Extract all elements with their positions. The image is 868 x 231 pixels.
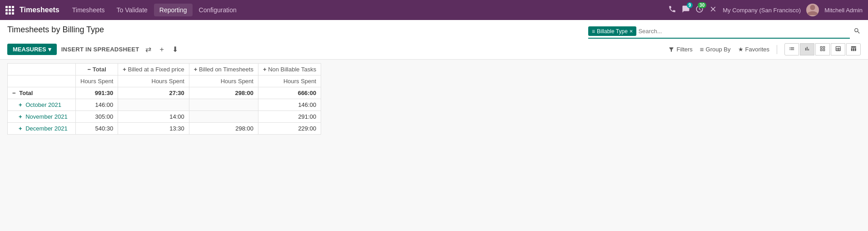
company-name: My Company (San Francisco) [723,7,801,14]
header-billed-timesheets[interactable]: + Billed on Timesheets [189,64,258,75]
table-view-button[interactable] [831,43,845,55]
filter-controls: Filters ≡ Group By ★ Favorites [668,43,861,55]
view-separator [777,45,777,54]
october-hours-total: 146:00 [76,99,118,111]
filter-tag-icon: ≡ [592,28,595,35]
subheader-total-hours: Hours Spent [76,75,118,87]
search-input[interactable] [636,27,850,35]
main-content: − Total + Billed at a Fixed price + Bill… [0,60,868,231]
november-expand-icon[interactable]: + [19,113,22,120]
expand-timesheets-icon: + [194,66,198,73]
group-by-label: Group By [706,46,731,53]
app-brand[interactable]: Timesheets [5,6,60,15]
november-label: November 2021 [25,113,68,120]
clock-icon[interactable]: 30 [695,5,704,15]
search-button[interactable] [853,27,861,36]
list-view-button[interactable] [784,43,799,55]
table-row-december: + December 2021 540:30 13:30 298:00 229:… [8,123,321,135]
table-row-november: + November 2021 305:00 14:00 291:00 [8,111,321,123]
october-nonbillable-hours: 146:00 [258,99,321,111]
header-empty-cell [8,64,76,75]
table-row-october: + October 2021 146:00 146:00 [8,99,321,111]
expand-fixed-icon: + [123,66,126,73]
app-name: Timesheets [20,6,60,14]
expand-nonbillable-icon: + [263,66,267,73]
december-timesheets-hours: 298:00 [189,123,258,135]
header-total-label: Total [93,66,106,73]
header-total: − Total [76,64,118,75]
filter-tag-billable: ≡ Billable Type × [588,26,636,36]
favorites-button[interactable]: ★ Favorites [738,46,769,53]
december-expand-icon[interactable]: + [19,125,22,132]
december-label: December 2021 [25,125,68,132]
swap-icon[interactable]: ⇄ [144,44,153,55]
filter-tag-label: Billable Type [597,28,628,35]
phone-icon[interactable] [668,5,676,15]
grid-icon[interactable] [5,6,14,15]
clock-badge: 30 [698,2,706,8]
subheader-nonbillable-hours: Hours Spent [258,75,321,87]
grid-view-button[interactable] [815,43,830,55]
page-header-area: Timesheets by Billing Type ≡ Billable Ty… [0,20,868,60]
group-by-icon: ≡ [700,45,704,53]
expand-icon[interactable]: + [158,45,165,55]
header-non-billable[interactable]: + Non Billable Tasks [258,64,321,75]
row-label-november[interactable]: + November 2021 [8,111,76,123]
title-search-row: Timesheets by Billing Type ≡ Billable Ty… [0,20,868,41]
measures-label: MEASURES [13,46,46,53]
row-label-total[interactable]: − Total [8,87,76,99]
row-label-october[interactable]: + October 2021 [8,99,76,111]
navbar-right: 9 30 My Company (San Francisco) Mitchell… [668,4,863,16]
total-minus-icon[interactable]: − [12,90,16,96]
col-timesheets-label: Billed on Timesheets [199,66,253,73]
measures-button[interactable]: MEASURES ▾ [7,44,57,55]
search-area: ≡ Billable Type × [588,25,861,39]
toolbar-row: MEASURES ▾ INSERT IN SPREADSHEET ⇄ + ⬇ F… [0,41,868,59]
subheader-empty [8,75,76,87]
col-header-row-2: Hours Spent Hours Spent Hours Spent Hour… [8,75,321,87]
group-by-button[interactable]: ≡ Group By [700,45,731,53]
total-hours-total: 991:30 [76,87,118,99]
november-nonbillable-hours: 291:00 [258,111,321,123]
favorites-label: Favorites [745,46,769,53]
chat-badge: 9 [687,2,693,8]
star-icon: ★ [738,46,744,53]
december-fixed-hours: 13:30 [118,123,189,135]
view-type-buttons [784,43,861,55]
nav-menu: Timesheets To Validate Reporting Configu… [67,4,666,16]
november-fixed-hours: 14:00 [118,111,189,123]
filters-button[interactable]: Filters [668,46,692,53]
bar-chart-view-button[interactable] [800,43,814,55]
close-icon[interactable] [709,5,717,15]
pivot-view-button[interactable] [846,43,861,55]
download-icon[interactable]: ⬇ [170,44,180,55]
measures-chevron: ▾ [48,46,51,53]
nav-to-validate[interactable]: To Validate [111,4,153,16]
row-label-december[interactable]: + December 2021 [8,123,76,135]
filters-label: Filters [676,46,692,53]
pivot-table: − Total + Billed at a Fixed price + Bill… [7,63,321,135]
december-hours-total: 540:30 [76,123,118,135]
avatar[interactable] [806,4,819,16]
nav-timesheets[interactable]: Timesheets [67,4,110,16]
navbar: Timesheets Timesheets To Validate Report… [0,0,868,20]
subheader-fixed-hours: Hours Spent [118,75,189,87]
user-name: Mitchell Admin [824,7,863,14]
header-minus-icon[interactable]: − [87,66,91,73]
october-expand-icon[interactable]: + [19,101,22,108]
october-label: October 2021 [25,101,61,108]
nav-configuration[interactable]: Configuration [193,4,242,16]
october-fixed-hours [118,99,189,111]
col-header-row-1: − Total + Billed at a Fixed price + Bill… [8,64,321,75]
november-hours-total: 305:00 [76,111,118,123]
nav-reporting[interactable]: Reporting [154,4,193,16]
toolbar-left: MEASURES ▾ INSERT IN SPREADSHEET ⇄ + ⬇ [7,44,180,55]
subheader-timesheets-hours: Hours Spent [189,75,258,87]
table-row-total: − Total 991:30 27:30 298:00 666:00 [8,87,321,99]
filter-tag-close[interactable]: × [630,28,633,35]
total-fixed-hours: 27:30 [118,87,189,99]
header-billed-fixed[interactable]: + Billed at a Fixed price [118,64,189,75]
chat-icon[interactable]: 9 [682,5,690,15]
november-timesheets-hours [189,111,258,123]
insert-spreadsheet-button[interactable]: INSERT IN SPREADSHEET [61,46,139,53]
